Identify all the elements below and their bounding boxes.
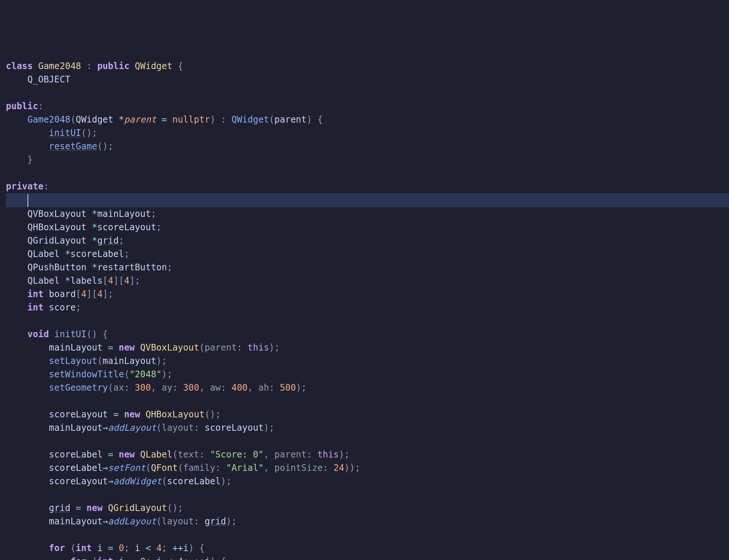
code-line: QGridLayout *grid;	[6, 235, 124, 246]
code-line: class Game2048 : public QWidget {	[6, 61, 183, 71]
code-line: private:	[6, 181, 49, 192]
code-line: setLayout(mainLayout);	[6, 356, 167, 366]
code-line: setGeometry(ax: 300, ay: 300, aw: 400, a…	[6, 382, 307, 393]
code-line: mainLayout = new QVBoxLayout(parent: thi…	[6, 342, 280, 353]
code-line: QHBoxLayout *scoreLayout;	[6, 222, 162, 232]
code-line: grid = new QGridLayout();	[6, 503, 183, 513]
code-line: QPushButton *restartButton;	[6, 262, 172, 273]
code-editor[interactable]: class Game2048 : public QWidget { Q_OBJE…	[6, 59, 729, 560]
code-line: Q_OBJECT	[6, 74, 70, 85]
code-line: initUI();	[6, 128, 97, 138]
code-line: mainLayout→addLayout(layout: grid);	[6, 516, 237, 527]
code-line: void initUI() {	[6, 329, 108, 339]
code-line: QVBoxLayout *mainLayout;	[6, 209, 156, 219]
code-line: QLabel *labels[4][4];	[6, 276, 140, 286]
code-line: for (int i = 0; i < 4; ++i) {	[6, 543, 205, 553]
code-line: scoreLabel = new QLabel(text: "Score: 0"…	[6, 449, 350, 460]
code-line: scoreLabel→setFont(QFont(family: "Arial"…	[6, 463, 360, 473]
code-line: for (int j = 0; j < 4; ++j) {	[6, 556, 226, 560]
code-line: scoreLayout = new QHBoxLayout();	[6, 409, 221, 420]
code-line: Game2048(QWidget *parent = nullptr) : QW…	[6, 114, 323, 125]
code-line: public:	[6, 101, 43, 111]
code-line: int score;	[6, 302, 81, 313]
code-line: resetGame();	[6, 141, 113, 152]
cursor-line[interactable]	[6, 193, 729, 207]
text-cursor	[27, 194, 28, 207]
code-line: mainLayout→addLayout(layout: scoreLayout…	[6, 423, 275, 433]
code-line: int board[4][4];	[6, 289, 113, 299]
code-line: setWindowTitle("2048");	[6, 369, 172, 380]
code-line: scoreLayout→addWidget(scoreLabel);	[6, 476, 231, 486]
code-line: }	[6, 154, 33, 165]
code-line: QLabel *scoreLabel;	[6, 249, 129, 259]
